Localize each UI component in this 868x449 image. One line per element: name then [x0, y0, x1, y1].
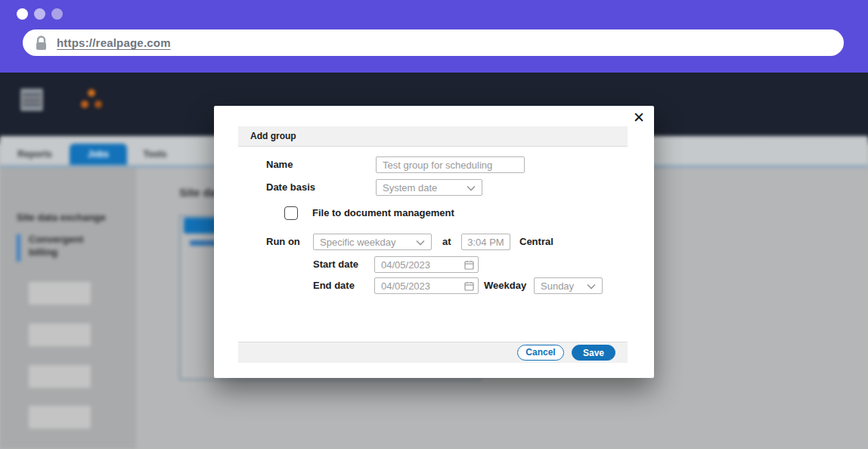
end-date-input[interactable]: [374, 277, 479, 294]
lock-icon: [35, 36, 48, 51]
dialog-title: Add group: [250, 126, 628, 146]
chevron-down-icon: [416, 237, 425, 248]
name-input[interactable]: [376, 156, 525, 173]
start-date-field: [374, 256, 479, 273]
browser-chrome: https://realpage.com: [0, 0, 868, 73]
at-label: at: [442, 234, 451, 250]
sidebar-item-convergent-billing[interactable]: Convergent billing: [17, 233, 115, 259]
cancel-button[interactable]: Cancel: [517, 345, 564, 361]
start-date-label: Start date: [313, 256, 358, 273]
sidebar-placeholder-item[interactable]: [29, 365, 91, 388]
end-date-label: End date: [313, 277, 355, 294]
menu-icon[interactable]: [20, 88, 43, 111]
chevron-down-icon: [467, 182, 476, 194]
tab-tools[interactable]: Tools: [138, 144, 172, 165]
run-on-label: Run on: [266, 234, 300, 250]
sidebar-item-label: Convergent billing: [29, 233, 101, 259]
sidebar-placeholder-item[interactable]: [29, 282, 91, 305]
date-basis-label: Date basis: [266, 179, 315, 196]
screen: https://realpage.com Reports Jobs Tools …: [0, 0, 868, 449]
name-label: Name: [266, 156, 293, 173]
dialog-header: Add group: [238, 126, 628, 147]
dialog-footer: Cancel Save: [238, 342, 628, 363]
selected-indicator: [17, 234, 20, 262]
end-date-field: [374, 277, 479, 294]
add-group-dialog: ✕ Add group Name Date basis System date …: [214, 106, 654, 378]
save-button[interactable]: Save: [572, 345, 615, 361]
file-to-document-label: File to document management: [312, 205, 454, 221]
traffic-light-zoom-icon[interactable]: [51, 8, 63, 20]
chevron-down-icon: [587, 280, 596, 292]
file-to-document-checkbox[interactable]: [284, 206, 298, 220]
sidebar-placeholder-item[interactable]: [29, 406, 91, 429]
date-basis-select[interactable]: System date: [376, 179, 482, 196]
timezone-label: Central: [519, 234, 553, 250]
time-input[interactable]: [461, 234, 510, 250]
close-icon[interactable]: ✕: [630, 109, 648, 127]
sidebar: Site data exchange Convergent billing: [0, 168, 136, 449]
weekday-label: Weekday: [484, 277, 526, 294]
url-bar[interactable]: https://realpage.com: [23, 29, 844, 56]
weekday-select[interactable]: Sunday: [534, 277, 603, 294]
sidebar-heading: Site data exchange: [17, 212, 130, 223]
tab-jobs-active[interactable]: Jobs: [70, 144, 127, 165]
sidebar-placeholder-item[interactable]: [29, 324, 91, 346]
calendar-icon[interactable]: [464, 280, 474, 294]
traffic-light-minimize-icon[interactable]: [34, 8, 45, 20]
traffic-light-close-icon[interactable]: [17, 8, 28, 20]
url-text[interactable]: https://realpage.com: [57, 36, 171, 49]
start-date-input[interactable]: [374, 256, 479, 273]
calendar-icon[interactable]: [464, 259, 474, 273]
tab-reports[interactable]: Reports: [11, 144, 58, 165]
run-on-value: Specific weekday: [320, 237, 411, 248]
date-basis-value: System date: [383, 182, 462, 194]
run-on-select[interactable]: Specific weekday: [313, 234, 432, 250]
app-viewport: Reports Jobs Tools Site data exchange Co…: [0, 73, 868, 449]
realpage-logo-icon: [79, 88, 104, 112]
weekday-value: Sunday: [541, 280, 582, 292]
